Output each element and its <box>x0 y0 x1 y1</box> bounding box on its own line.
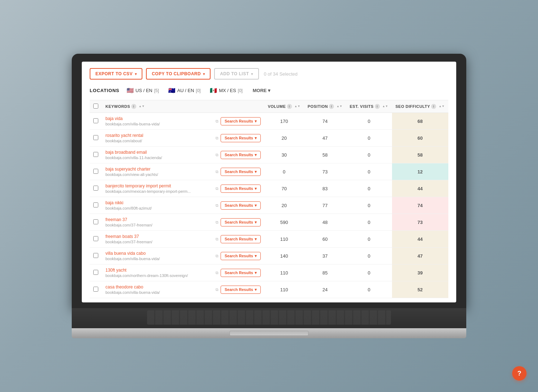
external-link-icon[interactable]: ⧉ <box>216 254 218 258</box>
volume-info-icon[interactable]: i <box>287 104 292 109</box>
table-row: freeman boats 37 bookbaja.com/37-freeman… <box>90 231 448 248</box>
location-us[interactable]: 🇺🇸 US / EN [5] <box>124 86 161 95</box>
row-checkbox-4[interactable] <box>93 186 98 191</box>
seo-difficulty-header-label: SEO DIFFICULTY <box>396 104 430 109</box>
add-to-list-button[interactable]: ADD TO LIST ▾ <box>214 68 259 80</box>
position-cell: 60 <box>304 231 346 248</box>
row-checkbox-7[interactable] <box>93 236 98 241</box>
keyword-link[interactable]: baja vida <box>105 116 213 121</box>
copy-clipboard-button[interactable]: COPY TO CLIPBOARD ▾ <box>146 68 211 80</box>
locations-label: LOCATIONS <box>90 88 119 93</box>
external-link-icon[interactable]: ⧉ <box>216 119 218 124</box>
row-checkbox-2[interactable] <box>93 152 98 157</box>
export-csv-button[interactable]: EXPORT TO CSV ▾ <box>90 68 142 80</box>
more-button[interactable]: MORE ▾ <box>250 87 273 94</box>
volume-cell: 110 <box>264 264 304 281</box>
external-link-icon[interactable]: ⧉ <box>216 169 218 174</box>
external-link-icon[interactable]: ⧉ <box>216 271 218 275</box>
est-visits-cell: 0 <box>346 248 392 264</box>
keyword-link[interactable]: banjercito temporary import permit <box>105 183 213 188</box>
est-visits-header: EST. VISITS i ▲▼ <box>346 100 392 113</box>
search-results-button[interactable]: Search Results ▾ <box>221 117 260 125</box>
export-csv-label: EXPORT TO CSV <box>95 71 133 76</box>
position-sort-icon[interactable]: ▲▼ <box>336 105 343 108</box>
location-mx[interactable]: 🇲🇽 MX / ES [0] <box>208 86 245 95</box>
au-code: AU / EN <box>177 88 194 93</box>
serp-chevron-icon: ▾ <box>255 220 257 225</box>
keyword-cell: baja superyacht charter bookbaja.com/vie… <box>105 167 261 177</box>
table-row: baja vida bookbaja.com/villa-buena-vida/… <box>90 113 448 130</box>
us-flag-icon: 🇺🇸 <box>127 87 134 94</box>
select-all-checkbox[interactable] <box>93 104 98 109</box>
seo-difficulty-cell: 12 <box>392 163 448 180</box>
external-link-icon[interactable]: ⧉ <box>216 136 218 140</box>
keywords-info-icon[interactable]: i <box>131 104 136 109</box>
row-checkbox-8[interactable] <box>93 253 98 258</box>
external-link-icon[interactable]: ⧉ <box>216 153 218 157</box>
search-results-button[interactable]: Search Results ▾ <box>221 218 260 226</box>
external-link-icon[interactable]: ⧉ <box>216 186 218 191</box>
search-results-button[interactable]: Search Results ▾ <box>221 235 260 243</box>
seo-difficulty-cell: 47 <box>392 248 448 264</box>
position-cell: 37 <box>304 248 346 264</box>
keyword-cell: freeman 37 bookbaja.com/37-freeman/ ⧉ Se… <box>105 217 261 227</box>
mx-flag-icon: 🇲🇽 <box>210 87 217 94</box>
external-link-icon[interactable]: ⧉ <box>216 237 218 242</box>
position-info-icon[interactable]: i <box>329 104 334 109</box>
search-results-button[interactable]: Search Results ▾ <box>221 252 260 260</box>
external-link-icon[interactable]: ⧉ <box>216 220 218 225</box>
est-visits-cell: 0 <box>346 113 392 130</box>
external-link-icon[interactable]: ⧉ <box>216 203 218 208</box>
keyword-link[interactable]: freeman boats 37 <box>105 234 213 239</box>
position-cell: 24 <box>304 281 346 298</box>
keyword-link[interactable]: freeman 37 <box>105 217 213 222</box>
mx-count: [0] <box>238 88 242 93</box>
est-visits-sort-icon[interactable]: ▲▼ <box>382 105 388 108</box>
keyword-url: bookbaja.com/villa-11-hacienda/ <box>105 156 213 160</box>
volume-cell: 170 <box>264 113 304 130</box>
keyword-link[interactable]: baja broadband email <box>105 150 213 155</box>
table-row: freeman 37 bookbaja.com/37-freeman/ ⧉ Se… <box>90 214 448 231</box>
app-container: EXPORT TO CSV ▾ COPY TO CLIPBOARD ▾ ADD … <box>82 62 456 302</box>
search-results-button[interactable]: Search Results ▾ <box>221 185 260 193</box>
row-checkbox-6[interactable] <box>93 219 98 224</box>
seo-difficulty-cell: 44 <box>392 231 448 248</box>
more-chevron-icon: ▾ <box>268 88 270 93</box>
keyword-link[interactable]: 130ft yacht <box>105 268 213 273</box>
keyword-url: bookbaja.com/37-freeman/ <box>105 240 213 244</box>
seo-difficulty-sort-icon[interactable]: ▲▼ <box>439 105 445 108</box>
keyword-url: bookbaja.com/about/ <box>105 139 213 143</box>
keyword-link[interactable]: casa theodore cabo <box>105 285 213 290</box>
volume-sort-icon[interactable]: ▲▼ <box>294 105 301 108</box>
row-checkbox-0[interactable] <box>93 118 98 123</box>
external-link-icon[interactable]: ⧉ <box>216 287 218 292</box>
location-au[interactable]: 🇦🇺 AU / EN [0] <box>166 86 203 95</box>
row-checkbox-5[interactable] <box>93 202 98 207</box>
row-checkbox-1[interactable] <box>93 135 98 140</box>
search-results-button[interactable]: Search Results ▾ <box>221 269 260 277</box>
keyword-link[interactable]: baja superyacht charter <box>105 167 213 172</box>
row-checkbox-10[interactable] <box>93 287 98 292</box>
search-results-button[interactable]: Search Results ▾ <box>221 168 260 176</box>
keyword-link[interactable]: villa buena vida cabo <box>105 251 213 256</box>
keywords-header-label: KEYWORDS <box>105 104 130 109</box>
seo-difficulty-info-icon[interactable]: i <box>431 104 436 109</box>
keywords-sort-icon[interactable]: ▲▼ <box>139 105 145 108</box>
seo-difficulty-cell: 44 <box>392 180 448 197</box>
keyword-link[interactable]: rosarito yacht rental <box>105 133 213 138</box>
help-button[interactable]: ? <box>512 366 527 381</box>
table-row: villa buena vida cabo bookbaja.com/villa… <box>90 248 448 264</box>
volume-cell: 20 <box>264 130 304 147</box>
search-results-button[interactable]: Search Results ▾ <box>221 151 260 159</box>
more-label: MORE <box>253 88 266 93</box>
search-results-button[interactable]: Search Results ▾ <box>221 134 260 142</box>
position-cell: 83 <box>304 180 346 197</box>
est-visits-cell: 0 <box>346 197 392 214</box>
search-results-button[interactable]: Search Results ▾ <box>221 286 260 294</box>
est-visits-info-icon[interactable]: i <box>375 104 380 109</box>
search-results-button[interactable]: Search Results ▾ <box>221 201 260 210</box>
row-checkbox-9[interactable] <box>93 270 98 275</box>
row-checkbox-3[interactable] <box>93 169 98 174</box>
add-to-list-label: ADD TO LIST <box>220 71 249 76</box>
keyword-link[interactable]: baja nikki <box>105 200 213 205</box>
